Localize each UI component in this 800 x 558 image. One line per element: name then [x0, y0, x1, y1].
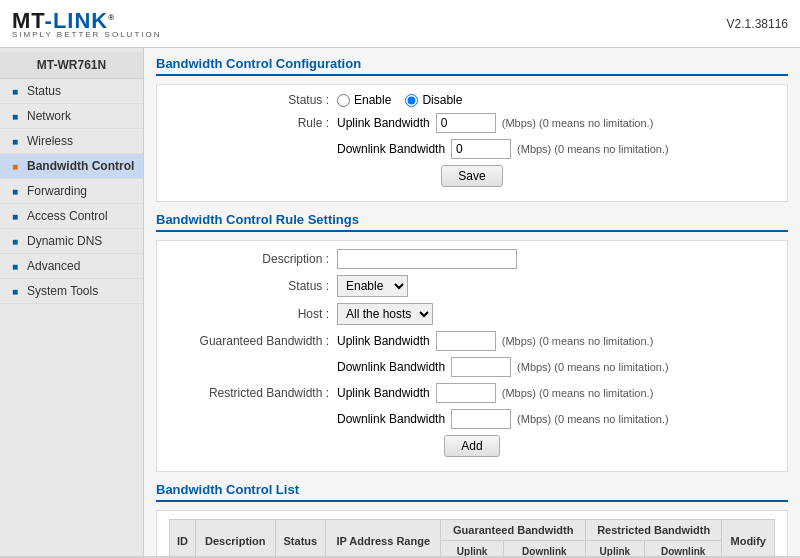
- config-section: Status : Enable Disable Rule : Uplink B: [156, 84, 788, 202]
- status-field-label: Status :: [169, 279, 329, 293]
- th-ip-range: IP Address Range: [326, 520, 441, 557]
- restricted-downlink-row: Downlink Bandwidth (Mbps) (0 means no li…: [169, 409, 775, 429]
- host-select[interactable]: All the hosts Single IP IP Range: [337, 303, 433, 325]
- th-description: Description: [195, 520, 275, 557]
- uplink-bw-label: Uplink Bandwidth: [337, 116, 430, 130]
- g-downlink-label: Downlink Bandwidth: [337, 360, 445, 374]
- status-field-row: Status : Enable Disable: [169, 275, 775, 297]
- add-button[interactable]: Add: [444, 435, 499, 457]
- enable-label: Enable: [354, 93, 391, 107]
- restricted-bw-label: Restricted Bandwidth :: [169, 386, 329, 400]
- r-uplink-unit: (Mbps) (0 means no limitation.): [502, 387, 654, 399]
- th-modify: Modify: [722, 520, 775, 557]
- wireless-icon: ■: [8, 134, 22, 148]
- advanced-icon: ■: [8, 259, 22, 273]
- status-icon: ■: [8, 84, 22, 98]
- guaranteed-downlink-group: Downlink Bandwidth (Mbps) (0 means no li…: [337, 357, 775, 377]
- th-id: ID: [170, 520, 196, 557]
- status-select-group: Enable Disable: [337, 275, 775, 297]
- th-guaranteed-uplink: Uplink: [441, 541, 503, 557]
- sidebar-item-dynamic-dns[interactable]: ■ Dynamic DNS: [0, 229, 143, 254]
- description-label: Description :: [169, 252, 329, 266]
- sidebar-item-access-control[interactable]: ■ Access Control: [0, 204, 143, 229]
- sidebar-item-bandwidth-control[interactable]: ■ Bandwidth Control: [0, 154, 143, 179]
- restricted-downlink-group: Downlink Bandwidth (Mbps) (0 means no li…: [337, 409, 775, 429]
- config-section-title: Bandwidth Control Configuration: [156, 56, 788, 76]
- guaranteed-uplink-input[interactable]: [436, 331, 496, 351]
- th-restricted-downlink: Downlink: [644, 541, 722, 557]
- dynamic-dns-icon: ■: [8, 234, 22, 248]
- restricted-uplink-input[interactable]: [436, 383, 496, 403]
- rule-section-title: Bandwidth Control Rule Settings: [156, 212, 788, 232]
- r-uplink-label: Uplink Bandwidth: [337, 386, 430, 400]
- status-radio-group: Enable Disable: [337, 93, 775, 107]
- uplink-rule-row: Rule : Uplink Bandwidth (Mbps) (0 means …: [169, 113, 775, 133]
- access-control-icon: ■: [8, 209, 22, 223]
- sidebar-item-forwarding[interactable]: ■ Forwarding: [0, 179, 143, 204]
- guaranteed-downlink-input[interactable]: [451, 357, 511, 377]
- sidebar-item-label: Wireless: [27, 134, 73, 148]
- network-icon: ■: [8, 109, 22, 123]
- sidebar-item-wireless[interactable]: ■ Wireless: [0, 129, 143, 154]
- th-restricted-uplink: Uplink: [585, 541, 644, 557]
- restricted-uplink-group: Uplink Bandwidth (Mbps) (0 means no limi…: [337, 383, 775, 403]
- list-section-title: Bandwidth Control List: [156, 482, 788, 502]
- description-input[interactable]: [337, 249, 517, 269]
- g-downlink-unit: (Mbps) (0 means no limitation.): [517, 361, 669, 373]
- description-row: Description :: [169, 249, 775, 269]
- bandwidth-table: ID Description Status IP Address Range G…: [169, 519, 775, 556]
- description-value: [337, 249, 775, 269]
- save-btn-row: Save: [169, 165, 775, 187]
- disable-radio[interactable]: [405, 94, 418, 107]
- sidebar-item-label: Forwarding: [27, 184, 87, 198]
- status-row: Status : Enable Disable: [169, 93, 775, 107]
- guaranteed-uplink-group: Uplink Bandwidth (Mbps) (0 means no limi…: [337, 331, 775, 351]
- device-name: MT-WR761N: [0, 52, 143, 79]
- logo-tagline: SIMPLY BETTER SOLUTION: [12, 30, 162, 39]
- sidebar-item-label: Dynamic DNS: [27, 234, 102, 248]
- enable-radio[interactable]: [337, 94, 350, 107]
- sidebar-item-label: Access Control: [27, 209, 108, 223]
- enable-option[interactable]: Enable: [337, 93, 391, 107]
- add-btn-row: Add: [169, 435, 775, 457]
- downlink-bw-label: Downlink Bandwidth: [337, 142, 445, 156]
- guaranteed-bw-label: Guaranteed Bandwidth :: [169, 334, 329, 348]
- rule-section: Description : Status : Enable Disable Ho…: [156, 240, 788, 472]
- host-row: Host : All the hosts Single IP IP Range: [169, 303, 775, 325]
- r-downlink-unit: (Mbps) (0 means no limitation.): [517, 413, 669, 425]
- host-select-group: All the hosts Single IP IP Range: [337, 303, 775, 325]
- status-select[interactable]: Enable Disable: [337, 275, 408, 297]
- g-uplink-unit: (Mbps) (0 means no limitation.): [502, 335, 654, 347]
- sidebar-item-advanced[interactable]: ■ Advanced: [0, 254, 143, 279]
- downlink-rule-row: Downlink Bandwidth (Mbps) (0 means no li…: [169, 139, 775, 159]
- uplink-unit: (Mbps) (0 means no limitation.): [502, 117, 654, 129]
- version-text: V2.1.38116: [727, 17, 788, 31]
- save-button[interactable]: Save: [441, 165, 502, 187]
- downlink-unit: (Mbps) (0 means no limitation.): [517, 143, 669, 155]
- disable-option[interactable]: Disable: [405, 93, 462, 107]
- uplink-input[interactable]: [436, 113, 496, 133]
- restricted-downlink-input[interactable]: [451, 409, 511, 429]
- sidebar-item-label: Network: [27, 109, 71, 123]
- sidebar-item-system-tools[interactable]: ■ System Tools: [0, 279, 143, 304]
- forwarding-icon: ■: [8, 184, 22, 198]
- disable-label: Disable: [422, 93, 462, 107]
- rule-label: Rule :: [169, 116, 329, 130]
- sidebar-item-status[interactable]: ■ Status: [0, 79, 143, 104]
- th-guaranteed-downlink: Downlink: [503, 541, 585, 557]
- sidebar-item-network[interactable]: ■ Network: [0, 104, 143, 129]
- restricted-uplink-row: Restricted Bandwidth : Uplink Bandwidth …: [169, 383, 775, 403]
- g-uplink-label: Uplink Bandwidth: [337, 334, 430, 348]
- guaranteed-uplink-row: Guaranteed Bandwidth : Uplink Bandwidth …: [169, 331, 775, 351]
- sidebar-item-label: Status: [27, 84, 61, 98]
- system-tools-icon: ■: [8, 284, 22, 298]
- uplink-value-group: Uplink Bandwidth (Mbps) (0 means no limi…: [337, 113, 775, 133]
- th-restricted: Restricted Bandwidth: [585, 520, 722, 541]
- downlink-input[interactable]: [451, 139, 511, 159]
- r-downlink-label: Downlink Bandwidth: [337, 412, 445, 426]
- sidebar-item-label: System Tools: [27, 284, 98, 298]
- sidebar-item-label: Advanced: [27, 259, 80, 273]
- bandwidth-icon: ■: [8, 159, 22, 173]
- th-guaranteed: Guaranteed Bandwidth: [441, 520, 585, 541]
- host-label: Host :: [169, 307, 329, 321]
